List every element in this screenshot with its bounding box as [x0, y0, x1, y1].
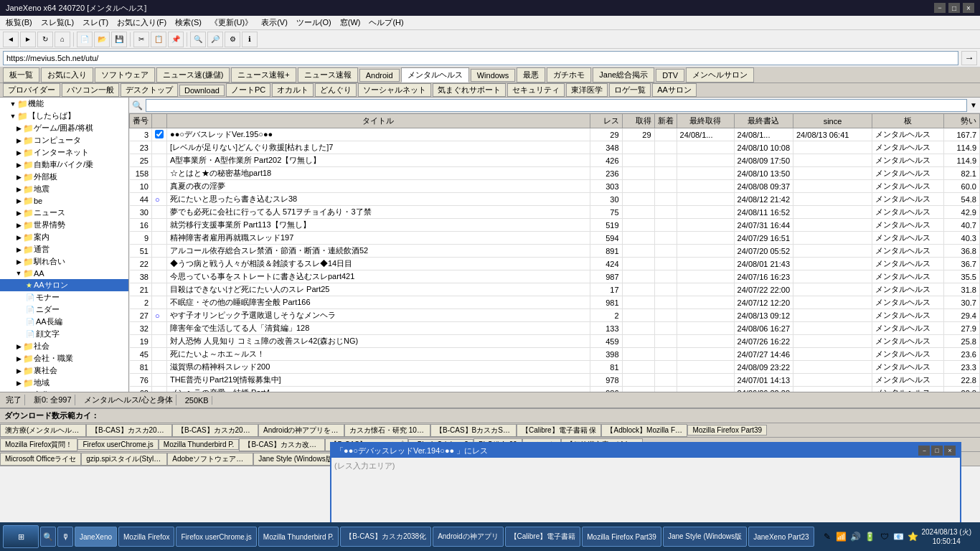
menu-tools[interactable]: ツール(O)	[292, 16, 336, 29]
subtab-support[interactable]: 気まぐれサポート	[433, 83, 506, 97]
sidebar-item-game[interactable]: ▶ 📁 ゲーム/囲碁/将棋	[0, 122, 128, 134]
cell-title[interactable]: メンヘラの恋愛・結婚 Part4	[167, 387, 590, 392]
sidebar-item-mona[interactable]: 📄 モナー	[0, 291, 128, 303]
bottom-tab2-3[interactable]: 【B-CAS】カスカ改造（	[239, 438, 325, 451]
menu-update[interactable]: 《更新(U)》	[206, 16, 257, 29]
bottom-tab-6[interactable]: 【Calibre】電子書籍 保	[517, 424, 601, 437]
start-button[interactable]: ⊞	[3, 525, 39, 548]
bottom-tab2-1[interactable]: Firefox userChrome.js	[77, 439, 158, 450]
tray-shield-icon[interactable]: 🛡	[879, 531, 890, 542]
table-row[interactable]: 30夢でも必死に会社に行ってる人 571ヲチョイあり・3了禁7524/08/11…	[130, 206, 980, 219]
toolbar-refresh[interactable]: ↻	[37, 32, 53, 47]
table-row[interactable]: 32障害年金で生活してる人「清貧編」12813324/08/06 16:27メン…	[130, 322, 980, 335]
table-row[interactable]: 10真夏の夜の淫夢30324/08/08 09:37メンタルヘルス60.0	[130, 180, 980, 193]
subtab-security[interactable]: セキュリティ	[507, 83, 565, 97]
taskbar-item-janexeno[interactable]: JaneXeno	[75, 527, 117, 547]
minimize-button[interactable]: －	[934, 3, 946, 13]
subtab-medicine[interactable]: 東洋医学	[566, 83, 608, 97]
sidebar-item-aa-long[interactable]: 📄 AA長編	[0, 316, 128, 328]
bottom-tab-2[interactable]: 【B-CAS】カスカ2038化	[172, 424, 258, 437]
tray-volume-icon[interactable]: 🔊	[850, 531, 862, 542]
taskbar-item-firefox2[interactable]: Firefox userChrome.js	[176, 527, 256, 547]
cell-title[interactable]: 滋賀県の精神科スレッド200	[167, 361, 590, 374]
subtab-desktop[interactable]: デスクトップ	[121, 83, 178, 97]
tray-network-icon[interactable]: 📶	[836, 531, 847, 542]
subtab-pc-general[interactable]: パソコン一般	[62, 83, 119, 97]
cell-title[interactable]: 死にたいと思ったら書き込むスレ38	[167, 193, 590, 206]
bottom-tab3-0[interactable]: Microsoft Officeライセ	[0, 453, 81, 466]
sidebar-item-kaomoji[interactable]: 📄 顔文字	[0, 328, 128, 340]
sidebar-item-internet[interactable]: ▶ 📁 インターネット	[0, 146, 128, 159]
menu-help[interactable]: ヘルプ(H)	[364, 16, 407, 29]
tab-dtv[interactable]: DTV	[656, 69, 684, 82]
thread-checkbox[interactable]	[155, 130, 164, 138]
bottom-tab-3[interactable]: Androidの神アプリを挙げ	[258, 424, 344, 437]
col-header-new[interactable]: 新着	[654, 114, 677, 128]
table-row[interactable]: 25A型事業所・A型作業所 Part202【ワ無し】42624/08/09 17…	[130, 154, 980, 167]
subtab-notebook[interactable]: ノートPC	[226, 83, 270, 97]
bottom-tab-7[interactable]: 【Adblock】Mozilla Fire	[601, 424, 687, 437]
sidebar-item-aa-salon[interactable]: ★ AAサロン	[0, 279, 128, 291]
cell-title[interactable]: 就労移行支援事業所 Part113【ワ無し】	[167, 219, 590, 232]
taskbar-item-thunderbird[interactable]: Mozilla Thunderbird P.	[258, 527, 339, 547]
menu-sure[interactable]: スレ(T)	[78, 16, 113, 29]
cell-title[interactable]: 目殺はできないけど死にたい人のスレ Part25	[167, 283, 590, 296]
tab-gachihomo[interactable]: ガチホモ	[547, 67, 591, 83]
tab-android[interactable]: Android	[359, 69, 400, 82]
toolbar-cut[interactable]: ✂	[133, 32, 149, 47]
sidebar-item-chat[interactable]: ▶ 📁 馴れ合い	[0, 255, 128, 268]
cell-title[interactable]: THE普売りPart219[情報募集中]	[167, 374, 590, 387]
sidebar-item-quake[interactable]: ▶ 📁 地震	[0, 183, 128, 195]
toolbar-forward[interactable]: ►	[20, 32, 36, 47]
col-header-res[interactable]: レス	[590, 114, 622, 128]
taskbar-item-android[interactable]: Androidの神アプリ	[433, 527, 503, 547]
toolbar-back[interactable]: ◄	[3, 32, 19, 47]
sidebar-item-nida[interactable]: 📄 ニダー	[0, 303, 128, 316]
cell-title[interactable]: やす子オリンピック予選敗退しそうなメンヘラ	[167, 309, 590, 322]
bottom-tab-5[interactable]: 【B-CAS】BカスカS2038	[430, 424, 517, 437]
cell-title[interactable]: ◆うつ病と戦う人々が相談＆雑談するスレ◆14日目	[167, 258, 590, 270]
toolbar-save[interactable]: 💾	[111, 32, 127, 47]
tab-news[interactable]: ニュース速報	[298, 67, 358, 83]
tray-pen-icon[interactable]: ✎	[821, 531, 833, 542]
toolbar-paste[interactable]: 📌	[168, 32, 184, 47]
toolbar-settings[interactable]: ⚙	[225, 32, 240, 47]
tab-okiniiri[interactable]: お気に入り	[41, 67, 93, 83]
table-row[interactable]: 27○やす子オリンピック予選敗退しそうなメンヘラ224/08/13 09:12メ…	[130, 309, 980, 322]
table-row[interactable]: 38今思っている事をストレートに書き込むスレpart42198724/07/16…	[130, 270, 980, 283]
subtab-social[interactable]: ソーシャルネット	[358, 83, 431, 97]
cell-title[interactable]: ●●○デバスレッドVer.195○●●	[167, 128, 590, 141]
col-header-score[interactable]: 勢い	[944, 114, 980, 128]
taskbar-item-firefox1[interactable]: Mozilla Firefox	[118, 527, 174, 547]
table-row[interactable]: 21目殺はできないけど死にたい人のスレ Part251724/07/22 22:…	[130, 283, 980, 296]
thread-search-input[interactable]	[146, 99, 967, 112]
thread-table-container[interactable]: 番号 タイトル レス 取得 新着 最終取得 最終書込 since 板 勢い	[129, 113, 980, 392]
table-row[interactable]: 158☆とはと★の秘密基地part1823624/08/10 13:50メンタル…	[130, 167, 980, 180]
bottom-tab-8[interactable]: Mozilla Firefox Part39	[687, 425, 767, 435]
search-dropdown-icon[interactable]: ▼	[970, 101, 977, 109]
sub-window-close[interactable]: ×	[944, 446, 956, 456]
col-header-board[interactable]: 板	[872, 114, 944, 128]
toolbar-open[interactable]: 📂	[94, 32, 110, 47]
table-row[interactable]: 44○死にたいと思ったら書き込むスレ383024/08/12 21:42メンタル…	[130, 193, 980, 206]
sidebar-item-guide[interactable]: ▶ 📁 案内	[0, 231, 128, 243]
cell-title[interactable]: 真夏の夜の淫夢	[167, 180, 590, 193]
tab-mental[interactable]: メンタルヘルス	[401, 67, 469, 83]
col-header-since[interactable]: since	[793, 114, 872, 128]
menu-view[interactable]: 表示(V)	[257, 16, 292, 29]
cell-title[interactable]: ☆とはと★の秘密基地part18	[167, 167, 590, 180]
col-header-title[interactable]: タイトル	[167, 114, 590, 128]
cell-title[interactable]: 対人恐怖 人見知り コミュ障の改善スレ42(森おじNG)	[167, 335, 590, 348]
cell-title[interactable]: 夢でも必死に会社に行ってる人 571ヲチョイあり・3了禁	[167, 206, 590, 219]
tray-battery-icon[interactable]: 🔋	[864, 531, 876, 542]
cell-title[interactable]: 不眠症・その他の睡眠障害全般 Part166	[167, 296, 590, 309]
toolbar-copy[interactable]: 📋	[151, 32, 166, 47]
url-input[interactable]	[3, 51, 958, 65]
cell-title[interactable]: 障害年金で生活してる人「清貧編」128	[167, 322, 590, 335]
subtab-aa-salon[interactable]: AAサロン	[652, 83, 697, 97]
menu-window[interactable]: 窓(W)	[336, 16, 365, 29]
sidebar-item-underground[interactable]: ▶ 📁 裏社会	[0, 364, 128, 377]
bottom-tab3-1[interactable]: gzip.spiスタイル(Style専用	[81, 453, 167, 466]
col-header-lasttake[interactable]: 最終取得	[677, 114, 734, 128]
table-row[interactable]: 19対人恐怖 人見知り コミュ障の改善スレ42(森おじNG)45924/07/2…	[130, 335, 980, 348]
